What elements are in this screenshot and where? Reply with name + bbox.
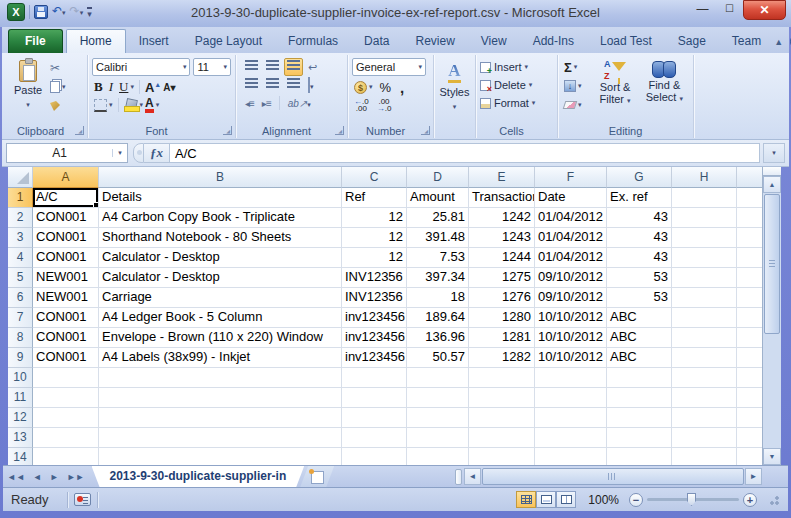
- horizontal-scrollbar[interactable]: ◄ ►: [455, 466, 788, 488]
- cell-F10[interactable]: [535, 368, 607, 388]
- cell-C12[interactable]: [342, 408, 407, 428]
- cell-partial-14[interactable]: [737, 448, 762, 465]
- cell-E6[interactable]: 1276: [469, 288, 535, 308]
- cell-partial-13[interactable]: [737, 428, 762, 448]
- column-header-C[interactable]: C: [342, 167, 407, 188]
- insert-worksheet-tab[interactable]: [300, 466, 334, 487]
- name-box[interactable]: A1 ▾: [6, 143, 128, 163]
- cell-D1[interactable]: Amount: [407, 188, 469, 208]
- cell-F9[interactable]: 10/10/2012: [535, 348, 607, 368]
- cell-partial-11[interactable]: [737, 388, 762, 408]
- find-select-button[interactable]: Find & Select ▾: [640, 58, 689, 123]
- expand-formula-bar-icon[interactable]: ▾: [763, 143, 785, 163]
- formula-input[interactable]: A/C: [170, 143, 760, 163]
- minimize-ribbon-icon[interactable]: ▲: [774, 37, 783, 47]
- zoom-slider[interactable]: [647, 498, 739, 501]
- resize-grip[interactable]: [767, 493, 780, 506]
- ribbon-tab-add-ins[interactable]: Add-Ins: [520, 30, 587, 53]
- cell-G9[interactable]: ABC: [607, 348, 672, 368]
- font-family-select[interactable]: Calibri▾: [92, 58, 190, 76]
- column-header-A[interactable]: A: [33, 167, 99, 188]
- ribbon-tab-file[interactable]: File: [8, 29, 63, 53]
- cell-partial-6[interactable]: [737, 288, 762, 308]
- cell-G12[interactable]: [607, 408, 672, 428]
- cell-E4[interactable]: 1244: [469, 248, 535, 268]
- align-middle-button[interactable]: [263, 58, 282, 76]
- cell-C11[interactable]: [342, 388, 407, 408]
- row-header-10[interactable]: 10: [8, 368, 33, 388]
- cell-F3[interactable]: 01/04/2012: [535, 228, 607, 248]
- cell-G5[interactable]: 53: [607, 268, 672, 288]
- cell-H8[interactable]: [672, 328, 737, 348]
- cell-F8[interactable]: 10/10/2012: [535, 328, 607, 348]
- cell-C2[interactable]: 12: [342, 208, 407, 228]
- page-break-view-button[interactable]: [556, 491, 576, 508]
- cell-F14[interactable]: [535, 448, 607, 465]
- format-painter-button[interactable]: [48, 97, 68, 115]
- cell-D7[interactable]: 189.64: [407, 308, 469, 328]
- wrap-text-button[interactable]: ↩: [305, 58, 320, 76]
- percent-style-button[interactable]: %: [380, 80, 392, 95]
- maximize-button[interactable]: ☐: [716, 0, 743, 18]
- cell-B13[interactable]: [99, 428, 342, 448]
- cell-C4[interactable]: 12: [342, 248, 407, 268]
- cell-partial-8[interactable]: [737, 328, 762, 348]
- underline-button[interactable]: U: [119, 79, 128, 95]
- cell-A14[interactable]: [33, 448, 99, 465]
- decrease-decimal-button[interactable]: .00→.0: [377, 98, 392, 112]
- cell-G11[interactable]: [607, 388, 672, 408]
- cell-partial-1[interactable]: [737, 188, 762, 208]
- row-header-14[interactable]: 14: [8, 448, 33, 465]
- cell-A3[interactable]: CON001: [33, 228, 99, 248]
- accounting-format-icon[interactable]: $: [354, 81, 367, 94]
- cell-A9[interactable]: CON001: [33, 348, 99, 368]
- merge-center-button[interactable]: ▾: [305, 76, 317, 94]
- number-dialog-launcher-icon[interactable]: [421, 126, 430, 135]
- alignment-dialog-launcher-icon[interactable]: [335, 126, 344, 135]
- cell-G3[interactable]: 43: [607, 228, 672, 248]
- select-all-corner[interactable]: [8, 167, 33, 188]
- cell-B7[interactable]: A4 Ledger Book - 5 Column: [99, 308, 342, 328]
- scroll-right-icon[interactable]: ►: [745, 468, 762, 485]
- row-header-12[interactable]: 12: [8, 408, 33, 428]
- cell-C3[interactable]: 12: [342, 228, 407, 248]
- cell-C14[interactable]: [342, 448, 407, 465]
- cell-D6[interactable]: 18: [407, 288, 469, 308]
- cell-H2[interactable]: [672, 208, 737, 228]
- cell-F2[interactable]: 01/04/2012: [535, 208, 607, 228]
- vertical-scrollbar-thumb[interactable]: [764, 194, 780, 334]
- align-bottom-button[interactable]: [284, 58, 303, 76]
- cell-C1[interactable]: Ref: [342, 188, 407, 208]
- first-sheet-icon[interactable]: ◄◄: [3, 472, 29, 482]
- cell-H11[interactable]: [672, 388, 737, 408]
- row-header-2[interactable]: 2: [8, 208, 33, 228]
- zoom-in-button[interactable]: +: [743, 493, 757, 507]
- cell-G2[interactable]: 43: [607, 208, 672, 228]
- cell-F6[interactable]: 09/10/2012: [535, 288, 607, 308]
- cell-B14[interactable]: [99, 448, 342, 465]
- cell-A2[interactable]: CON001: [33, 208, 99, 228]
- cell-G6[interactable]: 53: [607, 288, 672, 308]
- cell-E14[interactable]: [469, 448, 535, 465]
- last-sheet-icon[interactable]: ►►: [63, 472, 89, 482]
- row-header-3[interactable]: 3: [8, 228, 33, 248]
- cell-G13[interactable]: [607, 428, 672, 448]
- scroll-up-icon[interactable]: ▲: [763, 176, 781, 193]
- cell-A7[interactable]: CON001: [33, 308, 99, 328]
- cell-H14[interactable]: [672, 448, 737, 465]
- cell-C7[interactable]: inv123456: [342, 308, 407, 328]
- cell-E12[interactable]: [469, 408, 535, 428]
- fill-button[interactable]: ↓▾: [562, 77, 590, 95]
- macro-record-icon[interactable]: [74, 493, 91, 506]
- font-dialog-launcher-icon[interactable]: [223, 126, 232, 135]
- ribbon-tab-home[interactable]: Home: [66, 29, 126, 53]
- vertical-split-handle[interactable]: [763, 167, 781, 176]
- ribbon-tab-sage[interactable]: Sage: [665, 30, 719, 53]
- cell-E7[interactable]: 1280: [469, 308, 535, 328]
- cell-partial-5[interactable]: [737, 268, 762, 288]
- close-button[interactable]: ✕: [743, 0, 786, 20]
- insert-cells-button[interactable]: Insert▾: [480, 58, 553, 76]
- cell-D5[interactable]: 397.34: [407, 268, 469, 288]
- row-header-5[interactable]: 5: [8, 268, 33, 288]
- cell-D4[interactable]: 7.53: [407, 248, 469, 268]
